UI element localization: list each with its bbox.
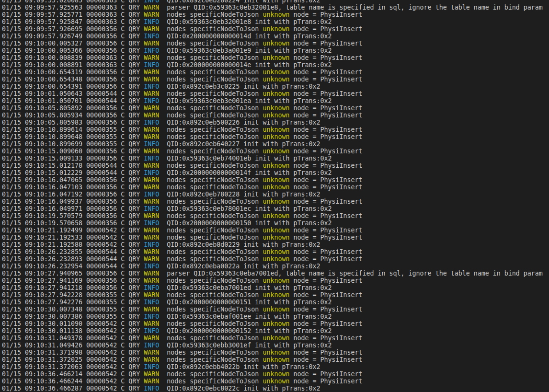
log-prefix: 01/15 09:10:00.654391 00000356 C QRY	[2, 83, 144, 90]
log-prefix: 01/15 09:10:15.009133 00000356 C QRY	[2, 155, 144, 162]
log-level: WARN	[144, 25, 159, 33]
log-level: INFO	[144, 205, 159, 212]
log-line: 01/15 09:09:57.925847 00000363 C QRY INF…	[2, 18, 549, 25]
log-gap	[159, 320, 167, 327]
log-level: WARN	[144, 349, 159, 356]
log-line: 01/15 09:10:16.049971 00000356 C QRY INF…	[2, 205, 549, 212]
log-message: node = PhysiInsert	[289, 126, 362, 133]
log-message-highlight: unknown	[263, 212, 289, 219]
log-message: QID:0x59363c0eb32001e8 init with pTrans:…	[167, 18, 332, 25]
log-level: WARN	[144, 378, 159, 385]
log-line: 01/15 09:10:31.049426 00000542 C QRY INF…	[2, 342, 549, 349]
log-line: 01/15 09:10:36.466214 00000542 C QRY WAR…	[2, 370, 549, 378]
log-gap	[159, 255, 167, 263]
log-line: 01/15 09:10:15.009060 00000356 C QRY WAR…	[2, 148, 549, 155]
log-line: 01/15 09:09:57.926695 00000356 C QRY WAR…	[2, 25, 549, 33]
log-prefix: 01/15 09:10:27.941218 00000356 C QRY	[2, 284, 144, 291]
log-prefix: 01/15 09:10:10.899614 00000355 C QRY	[2, 126, 144, 133]
log-prefix: 01/15 09:10:00.654319 00000356 C QRY	[2, 69, 144, 76]
log-message-highlight: unknown	[263, 54, 289, 61]
log-message-highlight: unknown	[263, 148, 289, 155]
log-gap	[159, 277, 167, 284]
log-message: nodes specificNodeToJson	[167, 104, 263, 112]
log-line: 01/15 09:10:00.008891 00000363 C QRY INF…	[2, 61, 549, 69]
log-prefix: 01/15 09:10:30.011138 00000542 C QRY	[2, 327, 144, 334]
log-gap	[159, 349, 167, 356]
log-line: 01/15 09:10:27.941169 00000356 C QRY WAR…	[2, 277, 549, 284]
log-gap	[159, 299, 167, 306]
log-prefix: 01/15 09:10:27.942276 00000355 C QRY	[2, 299, 144, 306]
log-message: node = PhysiInsert	[289, 306, 362, 313]
log-message: node = PhysiInsert	[289, 76, 362, 83]
log-line: 01/15 09:10:00.654348 00000356 C QRY WAR…	[2, 76, 549, 83]
log-gap	[159, 363, 167, 370]
terminal-viewport[interactable]: 01/15 09:09:55.026085 00000363 C QRY INF…	[0, 0, 549, 392]
log-line: 01/15 09:10:31.372063 00000542 C QRY INF…	[2, 363, 549, 370]
log-level: WARN	[144, 227, 159, 234]
log-level: WARN	[144, 69, 159, 76]
log-line: 01/15 09:10:19.570579 00000356 C QRY WAR…	[2, 212, 549, 219]
log-line: 01/15 09:10:30.011138 00000542 C QRY INF…	[2, 327, 549, 334]
log-prefix: 01/15 09:10:31.049426 00000542 C QRY	[2, 342, 144, 349]
log-level: INFO	[144, 263, 159, 270]
log-prefix: 01/15 09:10:30.007348 00000355 C QRY	[2, 306, 144, 313]
log-prefix: 01/15 09:10:10.899648 00000355 C QRY	[2, 133, 144, 140]
log-message: nodes specificNodeToJson	[167, 162, 263, 169]
log-message: nodes specificNodeToJson	[167, 248, 263, 255]
log-level: INFO	[144, 47, 159, 54]
log-gap	[159, 327, 167, 334]
log-message: nodes specificNodeToJson	[167, 25, 263, 33]
log-level: INFO	[144, 342, 159, 349]
log-gap	[159, 385, 167, 392]
log-gap	[159, 306, 167, 313]
log-prefix: 01/15 09:10:31.371998 00000542 C QRY	[2, 349, 144, 356]
log-line: 01/15 09:10:01.050701 00000544 C QRY INF…	[2, 97, 549, 104]
log-gap	[159, 104, 167, 112]
log-line: 01/15 09:10:27.942228 00000355 C QRY WAR…	[2, 291, 549, 299]
log-level: INFO	[144, 140, 159, 148]
log-message: node = PhysiInsert	[289, 248, 362, 255]
log-prefix: 01/15 09:10:21.192499 00000542 C QRY	[2, 227, 144, 234]
log-gap	[159, 133, 167, 140]
log-message-highlight: unknown	[263, 306, 289, 313]
log-level: WARN	[144, 133, 159, 140]
log-prefix: 01/15 09:10:05.805983 00000356 C QRY	[2, 119, 144, 126]
log-line: 01/15 09:10:15.012229 00000544 C QRY INF…	[2, 169, 549, 176]
log-message-highlight: unknown	[263, 162, 289, 169]
log-message: node = PhysiInsert	[289, 112, 362, 119]
log-line: 01/15 09:10:36.466244 00000542 C QRY WAR…	[2, 378, 549, 385]
log-line: 01/15 09:09:55.026085 00000363 C QRY INF…	[2, 0, 549, 4]
log-message: nodes specificNodeToJson	[167, 40, 263, 47]
log-gap	[159, 184, 167, 191]
log-line: 01/15 09:10:30.007386 00000355 C QRY INF…	[2, 313, 549, 320]
log-gap	[159, 97, 167, 104]
log-message: nodes specificNodeToJson	[167, 148, 263, 155]
log-line: 01/15 09:10:30.007348 00000355 C QRY WAR…	[2, 306, 549, 313]
log-message-highlight: unknown	[263, 334, 289, 342]
log-level: INFO	[144, 0, 159, 4]
log-level: WARN	[144, 320, 159, 327]
log-level: INFO	[144, 363, 159, 370]
log-gap	[159, 169, 167, 176]
log-prefix: 01/15 09:10:26.232855 00000544 C QRY	[2, 248, 144, 255]
log-prefix: 01/15 09:09:57.925563 00000363 C QRY	[2, 4, 144, 11]
log-prefix: 01/15 09:10:00.654348 00000356 C QRY	[2, 76, 144, 83]
log-prefix: 01/15 09:10:36.466214 00000542 C QRY	[2, 370, 144, 378]
log-message: nodes specificNodeToJson	[167, 234, 263, 241]
log-level: INFO	[144, 241, 159, 248]
log-message: node = PhysiInsert	[289, 370, 362, 378]
log-line: 01/15 09:10:00.654391 00000356 C QRY INF…	[2, 83, 549, 90]
log-level: INFO	[144, 313, 159, 320]
log-line: 01/15 09:10:21.192499 00000542 C QRY WAR…	[2, 227, 549, 234]
log-message: nodes specificNodeToJson	[167, 306, 263, 313]
log-gap	[159, 83, 167, 90]
log-message: node = PhysiInsert	[289, 90, 362, 97]
log-prefix: 01/15 09:10:16.047103 00000356 C QRY	[2, 184, 144, 191]
log-message: node = PhysiInsert	[289, 334, 362, 342]
log-prefix: 01/15 09:10:15.009060 00000356 C QRY	[2, 148, 144, 155]
log-prefix: 01/15 09:10:00.008839 00000363 C QRY	[2, 54, 144, 61]
log-message: QID:0x200000000000014f init with pTrans:…	[167, 169, 332, 176]
log-gap	[159, 47, 167, 54]
log-prefix: 01/15 09:10:15.012229 00000544 C QRY	[2, 169, 144, 176]
log-line: 01/15 09:09:57.925771 00000363 C QRY WAR…	[2, 11, 549, 18]
